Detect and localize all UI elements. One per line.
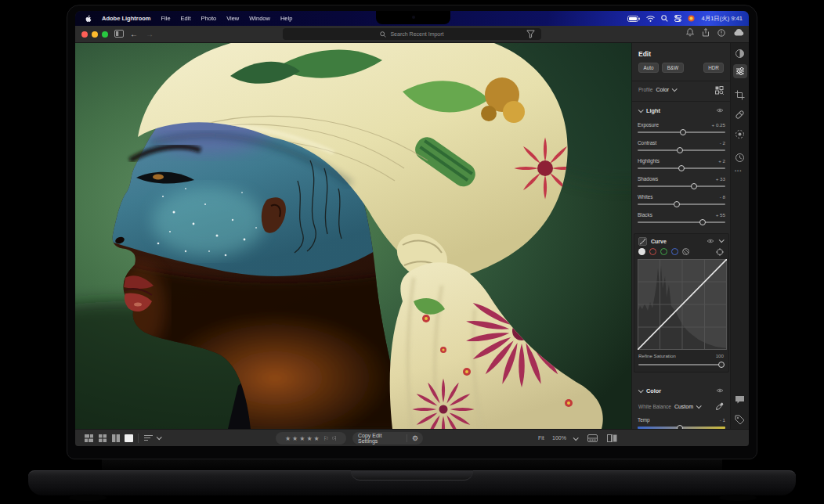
- slider-knob[interactable]: [678, 165, 685, 171]
- zoom-level-value[interactable]: 100%: [552, 435, 566, 441]
- slider-knob[interactable]: [691, 183, 697, 189]
- menu-help[interactable]: Help: [280, 15, 292, 22]
- more-tools-icon[interactable]: •••: [735, 168, 742, 173]
- menu-view[interactable]: View: [226, 15, 239, 22]
- menu-edit[interactable]: Edit: [181, 15, 191, 22]
- pick-flag-icon[interactable]: ⚐: [323, 435, 329, 442]
- before-after-icon[interactable]: [607, 434, 617, 442]
- wifi-icon[interactable]: [646, 16, 655, 22]
- filter-icon[interactable]: [526, 30, 535, 38]
- profile-browser-icon[interactable]: [715, 86, 724, 95]
- panel-toggle-icon[interactable]: [114, 30, 124, 38]
- healing-brush-icon[interactable]: [735, 110, 745, 120]
- view-compare-icon[interactable]: [112, 434, 120, 442]
- tone-curve-plot[interactable]: [638, 259, 727, 350]
- curve-collapse-chevron-icon[interactable]: [719, 237, 725, 243]
- curve-channel-point[interactable]: [682, 248, 689, 255]
- slider-track[interactable]: [638, 149, 725, 151]
- cloud-icon[interactable]: [733, 29, 744, 36]
- menu-file[interactable]: File: [161, 15, 171, 22]
- refine-saturation-track[interactable]: [638, 364, 724, 365]
- view-detail-icon[interactable]: [125, 434, 133, 442]
- battery-icon[interactable]: [627, 16, 640, 22]
- slider-label: Whites: [638, 194, 653, 200]
- search-field[interactable]: Search Recent Import: [283, 28, 541, 40]
- view-photogrid-icon[interactable]: [85, 434, 93, 442]
- slider-knob[interactable]: [674, 201, 680, 207]
- copy-edit-settings-button[interactable]: Copy Edit Settings: [352, 433, 407, 444]
- hdr-button[interactable]: HDR: [703, 63, 724, 73]
- edit-sliders-icon[interactable]: [733, 64, 747, 78]
- edit-panel-title: Edit: [638, 50, 651, 58]
- color-section-header[interactable]: Color: [638, 387, 661, 394]
- slider-knob[interactable]: [680, 129, 686, 135]
- refine-saturation-knob[interactable]: [718, 362, 725, 368]
- curve-target-icon[interactable]: [716, 248, 724, 256]
- filmstrip-toggle-icon[interactable]: [587, 434, 598, 442]
- slider-track[interactable]: [638, 203, 725, 205]
- share-icon[interactable]: [702, 28, 710, 37]
- color-visibility-eye-icon[interactable]: [716, 387, 724, 394]
- chevron-down-icon[interactable]: [696, 403, 702, 409]
- auto-button[interactable]: Auto: [638, 63, 659, 73]
- window-close-button[interactable]: [81, 31, 88, 38]
- keywords-tag-icon[interactable]: [735, 415, 745, 425]
- slider-track[interactable]: [638, 131, 725, 133]
- crop-icon[interactable]: [735, 90, 745, 100]
- highlights-slider: Highlights + 2: [638, 158, 725, 174]
- slider-knob[interactable]: [699, 219, 706, 225]
- light-section-header[interactable]: Light: [638, 107, 660, 114]
- slider-track[interactable]: [638, 221, 725, 223]
- zoom-chevron-icon[interactable]: [573, 435, 579, 441]
- slider-track[interactable]: [638, 167, 725, 169]
- back-button[interactable]: ←: [130, 30, 138, 38]
- chevron-down-icon: [638, 107, 644, 113]
- notifications-bell-icon[interactable]: [686, 28, 694, 37]
- sort-chevron-icon[interactable]: [157, 434, 162, 440]
- slider-value: + 2: [718, 158, 725, 164]
- slider-value: - 1: [720, 417, 725, 423]
- chevron-down-icon[interactable]: [672, 86, 678, 92]
- sort-icon[interactable]: [144, 434, 153, 441]
- curve-channel-luma[interactable]: [638, 248, 645, 255]
- curve-channel-blue[interactable]: [671, 248, 678, 255]
- search-icon[interactable]: [661, 15, 668, 22]
- forward-button[interactable]: →: [146, 30, 154, 38]
- sync-status-icon[interactable]: [717, 29, 725, 37]
- exposure-slider: Exposure + 0.25: [638, 122, 725, 138]
- control-center-icon[interactable]: [674, 15, 681, 22]
- zoom-fit-label[interactable]: Fit: [538, 435, 544, 441]
- eyedropper-icon[interactable]: [716, 402, 724, 410]
- menubar-app-name[interactable]: Adobe Lightroom: [102, 15, 151, 22]
- profile-value[interactable]: Color: [656, 87, 669, 92]
- curve-channel-red[interactable]: [649, 248, 656, 255]
- comments-icon[interactable]: [735, 395, 745, 405]
- blacks-slider: Blacks + 55: [638, 212, 725, 228]
- toolbar-divider: [138, 434, 139, 443]
- app-status-icon[interactable]: [688, 15, 695, 22]
- versions-history-icon[interactable]: [735, 153, 745, 163]
- apple-menu-icon[interactable]: [85, 15, 92, 23]
- photo-canvas[interactable]: [75, 43, 631, 429]
- slider-value: + 33: [716, 176, 725, 182]
- settings-gear-icon[interactable]: ⚙: [407, 434, 423, 442]
- menubar-clock[interactable]: 4月1日(火) 9:41: [701, 15, 743, 23]
- bw-button[interactable]: B&W: [662, 63, 684, 73]
- masking-icon[interactable]: [735, 129, 745, 139]
- slider-track[interactable]: [638, 185, 725, 187]
- menu-photo[interactable]: Photo: [201, 15, 217, 22]
- reject-flag-icon[interactable]: ⚐: [331, 435, 337, 442]
- curve-visibility-eye-icon[interactable]: [707, 238, 714, 244]
- curve-channel-green[interactable]: [660, 248, 667, 255]
- macbook-foot-left: [69, 495, 107, 501]
- window-minimize-button[interactable]: [92, 31, 98, 38]
- lens-blur-icon[interactable]: [735, 49, 745, 59]
- menu-window[interactable]: Window: [249, 15, 270, 22]
- white-balance-label: White Balance: [638, 404, 671, 409]
- light-visibility-eye-icon[interactable]: [716, 107, 724, 113]
- view-squaregrid-icon[interactable]: [99, 434, 107, 442]
- white-balance-value[interactable]: Custom: [674, 404, 693, 409]
- slider-knob[interactable]: [677, 147, 683, 153]
- window-zoom-button[interactable]: [102, 31, 108, 38]
- star-rating[interactable]: ★★★★★: [285, 435, 321, 442]
